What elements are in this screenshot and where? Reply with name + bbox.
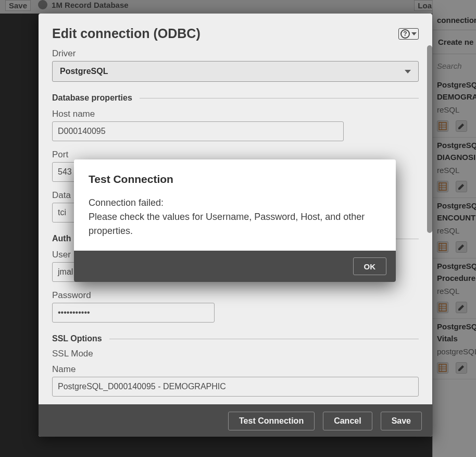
dialog-title: Edit connection (ODBC) xyxy=(52,26,201,41)
driver-label: Driver xyxy=(52,48,419,59)
host-input[interactable]: D000140095 xyxy=(52,121,344,141)
save-button[interactable]: Save xyxy=(381,412,422,430)
help-dropdown[interactable]: ? xyxy=(398,28,419,40)
alert-message: Connection failed: Please check the valu… xyxy=(89,196,381,238)
help-icon: ? xyxy=(400,29,410,39)
dialog-footer: Test Connection Cancel Save xyxy=(39,404,432,437)
alert-dialog: Test Connection Connection failed: Pleas… xyxy=(74,159,396,282)
scrollbar-thumb[interactable] xyxy=(427,45,432,233)
section-database-properties: Database properties xyxy=(52,93,132,103)
section-authentication: Auth xyxy=(52,234,71,243)
chevron-down-icon xyxy=(411,32,417,35)
driver-value: PostgreSQL xyxy=(60,67,108,76)
host-label: Host name xyxy=(52,109,419,119)
ssl-mode-label: SSL Mode xyxy=(52,349,419,359)
name-input[interactable]: PostgreSQL_D000140095 - DEMOGRAPHIC xyxy=(52,377,419,397)
port-label: Port xyxy=(52,150,419,160)
password-input[interactable]: ••••••••••• xyxy=(52,303,215,323)
alert-title: Test Connection xyxy=(89,173,381,186)
section-ssl-options: SSL Options xyxy=(52,334,102,343)
driver-select[interactable]: PostgreSQL xyxy=(52,61,419,82)
cancel-button[interactable]: Cancel xyxy=(323,412,372,430)
alert-ok-button[interactable]: OK xyxy=(353,257,387,275)
password-label: Password xyxy=(52,290,419,301)
name-label: Name xyxy=(52,364,419,375)
test-connection-button[interactable]: Test Connection xyxy=(228,412,315,430)
chevron-down-icon xyxy=(405,70,411,73)
